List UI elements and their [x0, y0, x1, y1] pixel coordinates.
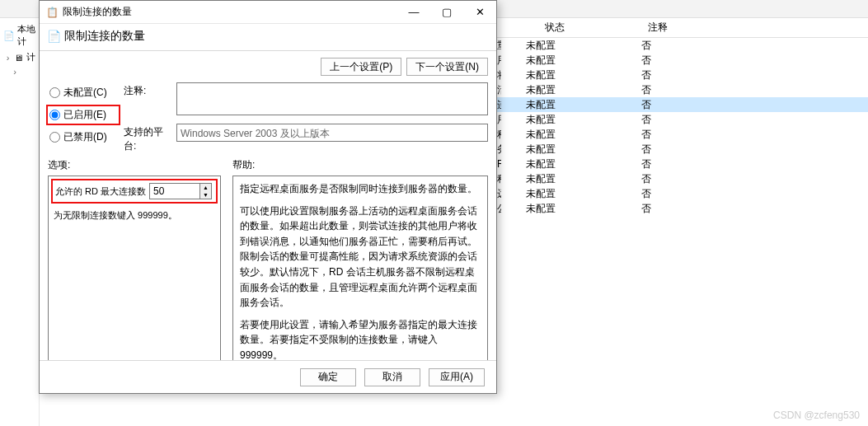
policy-icon: 📄: [48, 30, 59, 42]
prev-setting-button[interactable]: 上一个设置(P): [321, 58, 401, 76]
help-paragraph: 指定远程桌面服务是否限制同时连接到服务器的数量。: [240, 181, 481, 197]
maximize-button[interactable]: ▢: [430, 1, 463, 24]
options-label: 选项:: [48, 158, 221, 172]
next-setting-button[interactable]: 下一个设置(N): [406, 58, 488, 76]
platform-field: Windows Server 2003 及以上版本: [176, 124, 488, 142]
comment-label: 注释:: [124, 82, 171, 98]
titlebar[interactable]: 📋 限制连接的数量 — ▢ ✕: [40, 1, 496, 24]
folder-icon: 📄: [3, 30, 15, 41]
apply-button[interactable]: 应用(A): [429, 368, 485, 386]
radio-disabled-input[interactable]: [49, 132, 60, 143]
column-note[interactable]: 注释: [608, 21, 707, 35]
max-conn-input[interactable]: [150, 184, 199, 199]
ok-button[interactable]: 确定: [300, 368, 356, 386]
radio-enabled[interactable]: 已启用(E): [48, 106, 119, 124]
help-label: 帮助:: [232, 158, 255, 172]
chevron-right-icon[interactable]: ›: [12, 67, 18, 77]
radio-enabled-input[interactable]: [49, 110, 60, 120]
radio-enabled-label: 已启用(E): [63, 108, 106, 122]
max-conn-spinner[interactable]: ▲ ▼: [149, 183, 212, 199]
cancel-button[interactable]: 取消: [364, 368, 420, 386]
unlimited-hint: 为无限制连接数键入 999999。: [54, 209, 215, 222]
dialog-title: 限制连接的数量: [63, 5, 132, 19]
tree-child-arrow[interactable]: ›: [2, 65, 37, 78]
radio-disabled[interactable]: 已禁用(D): [48, 129, 119, 146]
computer-icon: 🖥: [13, 52, 24, 63]
watermark: CSDN @zcfeng530: [773, 410, 860, 421]
sidebar-tree[interactable]: 📄 本地计 › 🖥 计 ›: [0, 18, 40, 426]
tree-child-label: 计: [26, 51, 35, 63]
radio-unconfigured[interactable]: 未配置(C): [48, 84, 119, 101]
policy-dialog: 📋 限制连接的数量 — ▢ ✕ 📄 限制连接的数量 上一个设置(P) 下一个设置…: [39, 0, 497, 394]
tree-root[interactable]: 📄 本地计: [2, 21, 37, 49]
help-paragraph: 若要使用此设置，请输入希望为服务器指定的最大连接数量。若要指定不受限制的连接数量…: [240, 317, 481, 360]
comment-field[interactable]: [176, 82, 488, 115]
tree-child[interactable]: › 🖥 计: [2, 49, 37, 65]
radio-unconfigured-label: 未配置(C): [63, 86, 107, 100]
policy-icon: 📋: [46, 7, 58, 18]
tree-root-label: 本地计: [17, 23, 35, 48]
options-panel: 允许的 RD 最大连接数 ▲ ▼ 为无限制连接数键入 999999。: [48, 176, 221, 360]
platform-label: 支持的平台:: [124, 124, 171, 153]
chevron-right-icon[interactable]: ›: [5, 53, 11, 63]
radio-unconfigured-input[interactable]: [49, 87, 60, 98]
dialog-footer: 确定 取消 应用(A): [40, 360, 496, 393]
help-paragraph: 可以使用此设置限制服务器上活动的远程桌面服务会话的数量。如果超出此数量，则尝试连…: [240, 204, 481, 311]
spin-down-icon[interactable]: ▼: [200, 191, 211, 199]
toolbar-icon: [5, 3, 16, 15]
dialog-subtitle: 限制连接的数量: [64, 29, 145, 44]
radio-disabled-label: 已禁用(D): [63, 130, 107, 144]
minimize-button[interactable]: —: [397, 1, 430, 24]
column-state[interactable]: 状态: [501, 21, 608, 35]
spin-up-icon[interactable]: ▲: [200, 184, 211, 191]
close-button[interactable]: ✕: [463, 1, 496, 24]
help-panel[interactable]: 指定远程桌面服务是否限制同时连接到服务器的数量。可以使用此设置限制服务器上活动的…: [232, 176, 488, 360]
max-conn-label: 允许的 RD 最大连接数: [55, 185, 146, 198]
dialog-subheader: 📄 限制连接的数量: [40, 24, 496, 51]
